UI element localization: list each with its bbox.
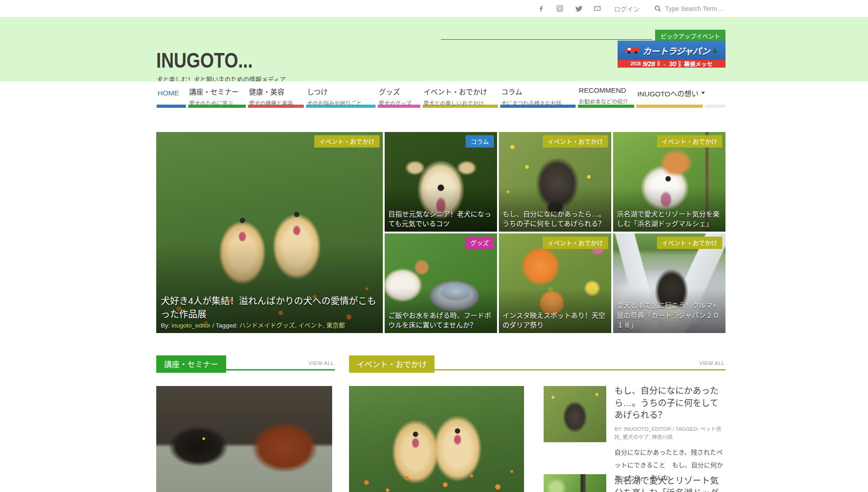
- side-article-title[interactable]: もし、自分になにかあったら…。うちの子に何をしてあげられる？: [614, 385, 726, 422]
- category-badge[interactable]: イベント・おでかけ: [543, 135, 609, 148]
- hero-article-meta: By: inugoto_editor / Tagged: ハンドメイドグッズ, …: [161, 320, 378, 329]
- main-nav: HOME 講座・セミナー愛犬のために学ぶ 健康・美容愛犬の健康と美容 しつけ犬の…: [0, 81, 868, 111]
- site-header: INUGOTO... 犬と楽しむ！犬と飼い主のための情報メディア: [0, 17, 868, 81]
- author-link[interactable]: inugoto_editor: [171, 322, 211, 329]
- chevron-down-icon: [701, 92, 705, 94]
- banner-date-to: 30: [669, 60, 676, 68]
- nav-sublabel: 犬にまつわる様々なお話: [501, 99, 576, 107]
- nav-sublabel: お勧め本などの紹介: [579, 97, 634, 105]
- seminar-article-image[interactable]: [156, 386, 332, 492]
- article-card-title[interactable]: 愛犬と車で旅に行こう！クルマ×旅の祭典「カートラジャパン２０１８」: [617, 301, 722, 330]
- meta-separator: /: [212, 322, 214, 329]
- section-title: イベント・おでかけ: [349, 355, 434, 373]
- hero-article-image[interactable]: イベント・おでかけ 犬好き4人が集結！溢れんばかりの犬への愛情がこもった作品展 …: [156, 132, 383, 333]
- facebook-icon[interactable]: [537, 5, 545, 12]
- twitter-icon[interactable]: [575, 5, 582, 12]
- article-card[interactable]: グッズ ご飯やお水をあげる時、フードボウルを床に置いてませんか？: [385, 233, 497, 333]
- side-article-thumbnail[interactable]: [544, 386, 606, 442]
- meta-separator: /: [672, 426, 674, 432]
- site-logo[interactable]: INUGOTO...: [156, 48, 253, 73]
- nav-label: INUGOTOへの想い: [637, 88, 699, 98]
- article-card[interactable]: イベント・おでかけ 愛犬と車で旅に行こう！クルマ×旅の祭典「カートラジャパン２０…: [613, 233, 725, 333]
- category-badge[interactable]: グッズ: [466, 237, 494, 249]
- banner-date-from: 9/28: [642, 60, 655, 68]
- nav-sublabel: 愛犬のために学ぶ: [189, 99, 246, 107]
- side-article-title[interactable]: 浜名湖で愛犬とリゾート気分を楽しむ「浜名湖ドッグ: [614, 475, 726, 492]
- banner-day-to: SUN: [678, 61, 681, 67]
- nav-item-goods[interactable]: グッズ愛犬のグッズ: [378, 81, 420, 108]
- nav-sublabel: 犬のお悩みや困りごと: [307, 99, 376, 107]
- tree-icon: [713, 48, 717, 53]
- banner-top: カートラジャパン: [618, 41, 725, 60]
- nav-item-seminar[interactable]: 講座・セミナー愛犬のために学ぶ: [188, 81, 246, 108]
- view-all-link[interactable]: VIEW ALL: [699, 360, 725, 366]
- side-article: 浜名湖で愛犬とリゾート気分を楽しむ「浜名湖ドッグ: [614, 475, 726, 492]
- nav-item-about[interactable]: INUGOTOへの想い: [636, 81, 703, 108]
- tag-links[interactable]: ハンドメイドグッズ, イベント, 東京都: [239, 322, 345, 329]
- by-label: BY:: [614, 426, 623, 432]
- nav-sublabel: 愛犬との楽しいおでかけ: [423, 99, 498, 107]
- nav-item-recommend[interactable]: RECOMMENDお勧め本などの紹介: [578, 81, 634, 108]
- category-badge[interactable]: イベント・おでかけ: [314, 135, 380, 148]
- banner-date-strip: 2018 9/28 FRI → 30 SUN 幕張メッセ: [618, 60, 725, 68]
- nav-label: グッズ: [379, 86, 420, 96]
- side-article: もし、自分になにかあったら…。うちの子に何をしてあげられる？ BY: INUGO…: [614, 385, 726, 484]
- nav-filler: [705, 81, 725, 108]
- header-divider: [441, 39, 652, 40]
- tagged-label: Tagged:: [216, 322, 238, 329]
- article-card-title[interactable]: 目指せ元気なシニア！老犬になっても元気でいるコツ: [388, 209, 493, 229]
- banner-brand: カートラジャパン: [642, 44, 710, 57]
- banner-venue: 幕張メッセ: [684, 59, 713, 68]
- article-card[interactable]: イベント・おでかけ インスタ映えスポットあり！天空のダリア祭り: [499, 233, 611, 333]
- page: ログイン INUGOTO... 犬と楽しむ！犬と飼い主のための情報メディア ピッ…: [0, 0, 868, 492]
- email-icon[interactable]: [593, 5, 601, 12]
- nav-sublabel: 愛犬のグッズ: [379, 99, 420, 107]
- hero-article-title[interactable]: 犬好き4人が集結！溢れんばかりの犬への愛情がこもった作品展: [161, 294, 378, 320]
- nav-sublabel: 愛犬の健康と美容: [249, 99, 304, 107]
- category-badge[interactable]: イベント・おでかけ: [543, 237, 609, 249]
- nav-label: RECOMMEND: [579, 86, 634, 95]
- side-article-meta: BY: INUGOTO_EDITOR / TAGGED: ペット信託, 愛犬のケ…: [614, 425, 726, 442]
- by-label: By:: [161, 322, 170, 329]
- tagged-label: TAGGED:: [676, 426, 699, 432]
- nav-label: コラム: [501, 86, 576, 96]
- searchbox: [654, 5, 738, 12]
- category-badge[interactable]: コラム: [466, 135, 494, 148]
- side-article-thumbnail[interactable]: [544, 474, 606, 492]
- article-card[interactable]: イベント・おでかけ 浜名湖で愛犬とリゾート気分を楽しむ「浜名湖ドッグマルシェ」: [613, 132, 725, 232]
- search-icon[interactable]: [654, 5, 662, 12]
- section-title: 講座・セミナー: [156, 355, 226, 373]
- article-card-title[interactable]: 浜名湖で愛犬とリゾート気分を楽しむ「浜名湖ドッグマルシェ」: [617, 209, 722, 229]
- banner-arrow: →: [662, 61, 667, 67]
- article-card-title[interactable]: ご飯やお水をあげる時、フードボウルを床に置いてませんか？: [388, 311, 493, 331]
- banner-year: 2018: [630, 61, 640, 66]
- login-link[interactable]: ログイン: [614, 4, 640, 13]
- pickup-event-banner[interactable]: カートラジャパン 2018 9/28 FRI → 30 SUN 幕張メッセ: [618, 41, 725, 68]
- article-card[interactable]: コラム 目指せ元気なシニア！老犬になっても元気でいるコツ: [385, 132, 497, 232]
- category-badge[interactable]: イベント・おでかけ: [657, 135, 723, 148]
- nav-label: イベント・おでかけ: [423, 86, 498, 96]
- nav-label: しつけ: [307, 86, 376, 96]
- search-input[interactable]: [665, 5, 738, 12]
- article-card[interactable]: イベント・おでかけ もし、自分になにかあったら…。うちの子に何をしてあげられる？: [499, 132, 611, 232]
- author-link[interactable]: INUGOTO_EDITOR: [624, 426, 671, 432]
- instagram-icon[interactable]: [556, 5, 564, 12]
- nav-label: HOME: [158, 89, 179, 97]
- camper-van-icon: [626, 47, 640, 54]
- event-article-image[interactable]: [349, 386, 524, 492]
- topbar: ログイン: [0, 0, 868, 17]
- section-header-seminar: 講座・セミナー VIEW ALL: [156, 355, 335, 370]
- topbar-right: ログイン: [537, 0, 738, 17]
- nav-item-home[interactable]: HOME: [157, 81, 186, 108]
- article-card-title[interactable]: インスタ映えスポットあり！天空のダリア祭り: [503, 311, 608, 331]
- nav-label: 健康・美容: [249, 86, 304, 96]
- nav-item-health[interactable]: 健康・美容愛犬の健康と美容: [248, 81, 304, 108]
- view-all-link[interactable]: VIEW ALL: [308, 360, 334, 366]
- banner-day-from: FRI: [657, 61, 660, 66]
- section-header-event: イベント・おでかけ VIEW ALL: [349, 355, 725, 370]
- category-badge[interactable]: イベント・おでかけ: [657, 237, 723, 249]
- nav-item-column[interactable]: コラム犬にまつわる様々なお話: [500, 81, 576, 108]
- nav-item-training[interactable]: しつけ犬のお悩みや困りごと: [306, 81, 376, 108]
- article-card-title[interactable]: もし、自分になにかあったら…。うちの子に何をしてあげられる？: [503, 209, 608, 229]
- nav-item-event[interactable]: イベント・おでかけ愛犬との楽しいおでかけ: [423, 81, 498, 108]
